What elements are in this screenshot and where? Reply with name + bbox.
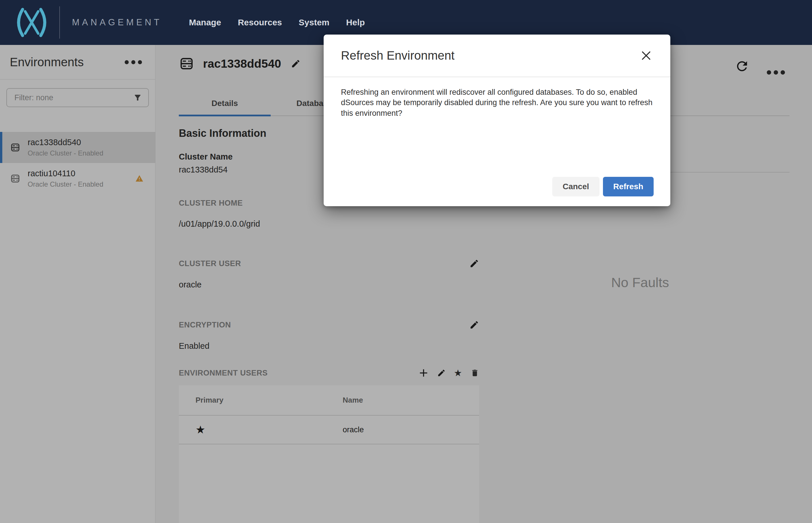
dialog-body-text: Refreshing an environment will rediscove… [324, 77, 670, 119]
refresh-button[interactable]: Refresh [603, 177, 653, 196]
nav-menu: Manage Resources System Help [189, 18, 365, 28]
nav-item-help[interactable]: Help [346, 18, 365, 28]
nav-item-manage[interactable]: Manage [189, 18, 221, 28]
cancel-button[interactable]: Cancel [552, 177, 599, 196]
refresh-environment-dialog: Refresh Environment Refreshing an enviro… [324, 35, 670, 206]
delphix-logo-icon[interactable] [12, 5, 52, 39]
app-screen: MANAGEMENT Manage Resources System Help … [0, 0, 812, 523]
nav-item-resources[interactable]: Resources [238, 18, 282, 28]
dialog-footer: Cancel Refresh [552, 177, 653, 196]
brand-title: MANAGEMENT [72, 17, 162, 28]
close-icon[interactable] [640, 49, 652, 62]
nav-divider [59, 6, 60, 39]
dialog-header: Refresh Environment [324, 35, 670, 77]
dialog-title: Refresh Environment [341, 49, 455, 62]
nav-item-system[interactable]: System [299, 18, 329, 28]
